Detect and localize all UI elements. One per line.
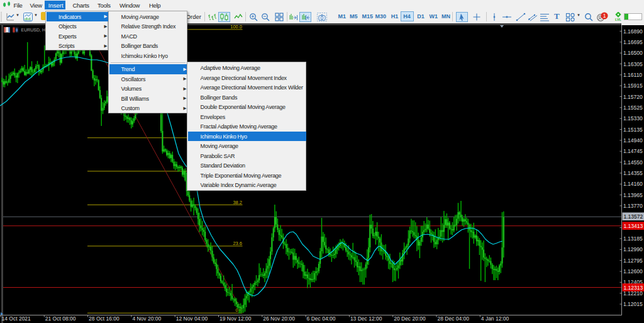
svg-text:13 Dec 12:00: 13 Dec 12:00 [350, 315, 382, 322]
svg-text:1.12795: 1.12795 [623, 258, 643, 264]
svg-text:1.12990: 1.12990 [623, 246, 643, 252]
svg-text:1.14160: 1.14160 [623, 181, 643, 187]
svg-text:1.16695: 1.16695 [623, 39, 643, 45]
svg-text:1.13413: 1.13413 [624, 223, 643, 229]
svg-text:1.15525: 1.15525 [623, 105, 643, 111]
svg-text:1.14355: 1.14355 [623, 170, 643, 176]
svg-text:28 Dec 04:00: 28 Dec 04:00 [438, 315, 470, 322]
svg-text:1.15720: 1.15720 [623, 94, 643, 100]
svg-text:1.14940: 1.14940 [623, 137, 643, 144]
svg-text:20 Dec 20:00: 20 Dec 20:00 [394, 315, 426, 322]
svg-text:19 Nov 12:00: 19 Nov 12:00 [219, 315, 252, 322]
svg-text:21 Oct 08:00: 21 Oct 08:00 [45, 315, 76, 322]
svg-text:1.14550: 1.14550 [623, 159, 643, 166]
svg-text:38.2: 38.2 [233, 200, 242, 205]
svg-text:1.16305: 1.16305 [623, 61, 643, 67]
svg-text:4 Nov 20:00: 4 Nov 20:00 [132, 315, 161, 322]
svg-text:12 Nov 04:00: 12 Nov 04:00 [176, 315, 208, 322]
svg-text:1.15330: 1.15330 [623, 115, 643, 122]
svg-text:1.16500: 1.16500 [623, 50, 643, 56]
svg-text:28 Oct 16:00: 28 Oct 16:00 [89, 315, 119, 322]
svg-text:4 Jan 12:00: 4 Jan 12:00 [481, 315, 509, 322]
svg-text:1.13770: 1.13770 [623, 203, 643, 209]
svg-text:6 Dec 04:00: 6 Dec 04:00 [307, 315, 336, 322]
svg-text:100.0: 100.0 [230, 24, 242, 30]
svg-text:1.14745: 1.14745 [623, 148, 643, 154]
svg-text:1.16890: 1.16890 [623, 28, 643, 35]
svg-text:1.13965: 1.13965 [623, 192, 643, 198]
svg-text:1.13572: 1.13572 [624, 213, 643, 220]
svg-text:1.13185: 1.13185 [623, 235, 643, 242]
svg-text:1.12313: 1.12313 [624, 285, 643, 291]
svg-text:1.15135: 1.15135 [623, 127, 643, 133]
svg-text:1.16110: 1.16110 [623, 72, 642, 78]
svg-text:26 Nov 20:00: 26 Nov 20:00 [263, 315, 295, 322]
svg-text:1.15915: 1.15915 [623, 82, 643, 89]
svg-text:1.12015: 1.12015 [623, 301, 643, 307]
svg-text:23.6: 23.6 [233, 241, 242, 246]
svg-text:EURUSD, H4: EURUSD, H4 [21, 28, 48, 32]
svg-text:LVL: LVL [615, 18, 622, 21]
svg-text:1.12600: 1.12600 [623, 268, 643, 275]
svg-text:14 Oct 2021: 14 Oct 2021 [2, 315, 31, 322]
svg-text:1: 1 [603, 13, 606, 19]
